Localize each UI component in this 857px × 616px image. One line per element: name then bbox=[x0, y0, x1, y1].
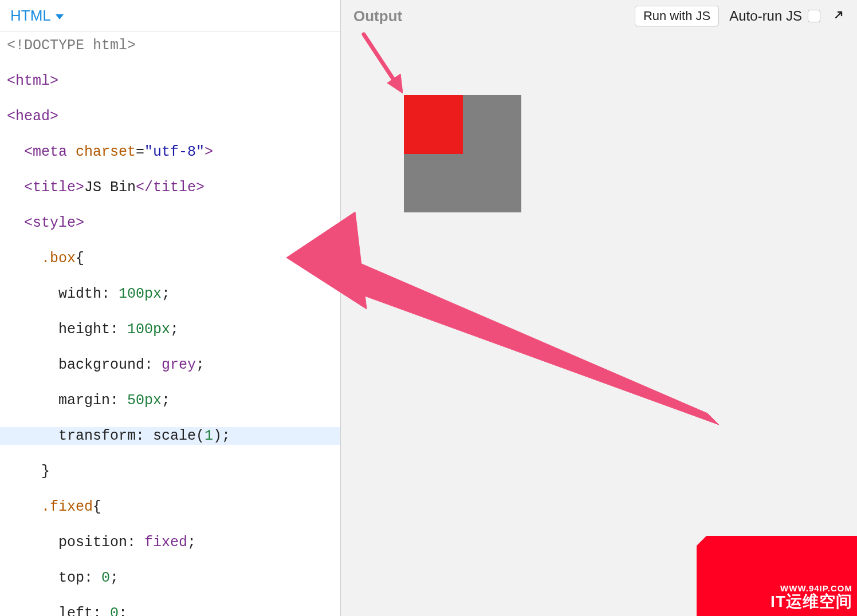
output-render-area bbox=[341, 32, 857, 616]
run-with-js-button[interactable]: Run with JS bbox=[635, 6, 719, 26]
chevron-down-icon bbox=[56, 14, 64, 19]
app-root: HTML <!DOCTYPE html> <html> <head> <meta… bbox=[0, 0, 857, 616]
autorun-checkbox[interactable] bbox=[808, 10, 820, 22]
output-controls: Run with JS Auto-run JS bbox=[635, 6, 844, 26]
output-title: Output bbox=[353, 7, 402, 25]
autorun-label: Auto-run JS bbox=[729, 8, 802, 24]
editor-tabs: HTML bbox=[0, 0, 340, 32]
output-panel: Output Run with JS Auto-run JS bbox=[341, 0, 857, 616]
output-header: Output Run with JS Auto-run JS bbox=[341, 0, 857, 32]
expand-icon[interactable] bbox=[831, 9, 844, 23]
editor-panel: HTML <!DOCTYPE html> <html> <head> <meta… bbox=[0, 0, 341, 616]
rendered-red-box bbox=[404, 95, 463, 154]
autorun-toggle[interactable]: Auto-run JS bbox=[729, 8, 820, 24]
tab-html[interactable]: HTML bbox=[10, 7, 64, 25]
tab-html-label: HTML bbox=[10, 7, 51, 25]
code-editor[interactable]: <!DOCTYPE html> <html> <head> <meta char… bbox=[0, 32, 340, 616]
